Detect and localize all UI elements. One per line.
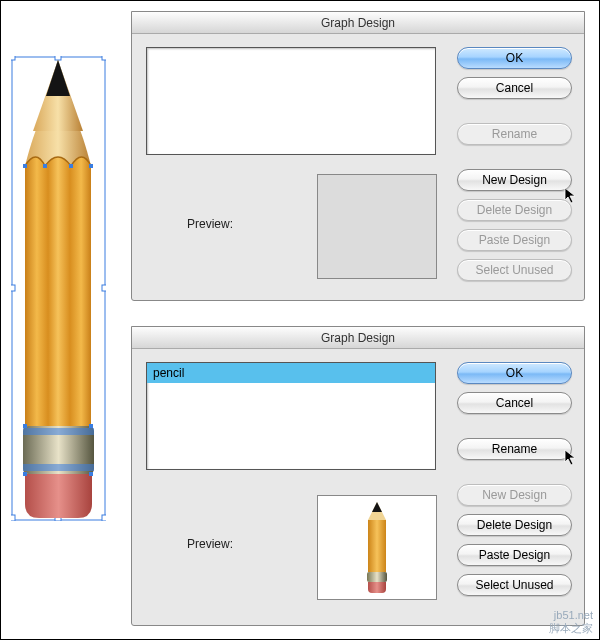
- pencil-artwork: [11, 56, 106, 521]
- pencil-preview-icon: [357, 500, 397, 595]
- svg-marker-11: [46, 60, 70, 96]
- delete-design-button: Delete Design: [457, 199, 572, 221]
- ok-button[interactable]: OK: [457, 362, 572, 384]
- svg-marker-24: [372, 502, 382, 512]
- button-column: OK Cancel Rename New Design Delete Desig…: [457, 362, 572, 596]
- dialog-title: Graph Design: [132, 327, 584, 349]
- preview-label: Preview:: [187, 537, 233, 551]
- svg-rect-6: [11, 515, 15, 521]
- cancel-button[interactable]: Cancel: [457, 77, 572, 99]
- graph-design-dialog-1: Graph Design Preview: OK Cancel Rename N…: [131, 11, 585, 301]
- paste-design-button: Paste Design: [457, 229, 572, 251]
- new-design-button[interactable]: New Design: [457, 169, 572, 191]
- new-design-button: New Design: [457, 484, 572, 506]
- svg-rect-18: [89, 164, 93, 168]
- svg-rect-1: [11, 56, 15, 60]
- dialog-title: Graph Design: [132, 12, 584, 34]
- preview-box: [317, 495, 437, 600]
- svg-rect-17: [69, 164, 73, 168]
- svg-rect-22: [89, 472, 93, 476]
- preview-box: [317, 174, 437, 279]
- graph-design-dialog-2: Graph Design pencil Preview: OK Cancel R…: [131, 326, 585, 626]
- svg-rect-20: [89, 424, 93, 428]
- preview-label: Preview:: [187, 217, 233, 231]
- svg-rect-4: [11, 285, 15, 291]
- svg-rect-8: [102, 515, 106, 521]
- svg-rect-15: [23, 164, 27, 168]
- watermark: jb51.net 脚本之家: [549, 609, 593, 635]
- svg-rect-26: [367, 572, 387, 582]
- rename-button[interactable]: Rename: [457, 438, 572, 460]
- design-listbox[interactable]: pencil: [146, 362, 436, 470]
- svg-rect-14: [23, 464, 94, 471]
- svg-rect-5: [102, 285, 106, 291]
- ok-button[interactable]: OK: [457, 47, 572, 69]
- list-item[interactable]: pencil: [147, 363, 435, 383]
- paste-design-button[interactable]: Paste Design: [457, 544, 572, 566]
- cancel-button[interactable]: Cancel: [457, 392, 572, 414]
- button-column: OK Cancel Rename New Design Delete Desig…: [457, 47, 572, 281]
- svg-rect-3: [102, 56, 106, 60]
- svg-rect-25: [368, 520, 386, 572]
- rename-button: Rename: [457, 123, 572, 145]
- svg-rect-16: [43, 164, 47, 168]
- svg-rect-21: [23, 472, 27, 476]
- watermark-line: 脚本之家: [549, 622, 593, 635]
- svg-rect-2: [55, 56, 61, 60]
- svg-rect-13: [23, 428, 94, 435]
- select-unused-button[interactable]: Select Unused: [457, 574, 572, 596]
- select-unused-button: Select Unused: [457, 259, 572, 281]
- svg-rect-19: [23, 424, 27, 428]
- pencil-icon: [11, 56, 106, 521]
- design-listbox[interactable]: [146, 47, 436, 155]
- delete-design-button[interactable]: Delete Design: [457, 514, 572, 536]
- watermark-line: jb51.net: [549, 609, 593, 622]
